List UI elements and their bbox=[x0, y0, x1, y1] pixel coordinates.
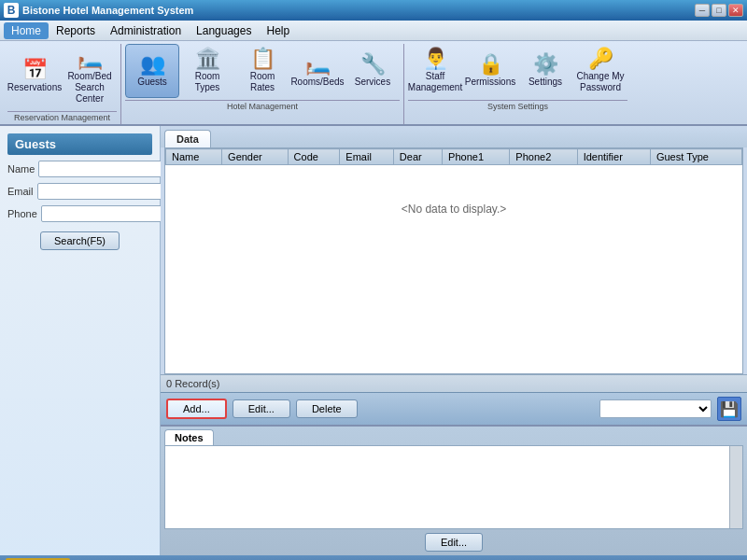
system-group-label: System Settings bbox=[408, 100, 627, 111]
change-password-label: Change MyPassword bbox=[576, 71, 624, 93]
notes-edit-button[interactable]: Edit... bbox=[425, 533, 483, 552]
no-data-text: <No data to display.> bbox=[166, 165, 742, 254]
save-button[interactable]: 💾 bbox=[717, 397, 741, 421]
menu-administration[interactable]: Administration bbox=[103, 22, 189, 39]
room-rates-icon: 📋 bbox=[250, 49, 275, 69]
name-row: Name bbox=[7, 161, 152, 177]
data-table-container: Name Gender Code Email Dear Phone1 Phone… bbox=[164, 147, 743, 374]
col-guest-type: Guest Type bbox=[650, 149, 741, 165]
services-icon: 🔧 bbox=[360, 54, 386, 75]
toolbar-settings[interactable]: ⚙️ Settings bbox=[518, 44, 572, 98]
notes-footer: Edit... bbox=[161, 529, 747, 555]
no-data-row: <No data to display.> bbox=[166, 165, 742, 254]
toolbar-services[interactable]: 🔧 Services bbox=[345, 44, 400, 98]
settings-label: Settings bbox=[529, 77, 562, 88]
col-name: Name bbox=[166, 149, 222, 165]
services-label: Services bbox=[355, 77, 390, 88]
notes-scrollbar[interactable] bbox=[729, 446, 742, 528]
data-tab-bar: Data bbox=[161, 126, 747, 147]
email-row: Email bbox=[7, 183, 152, 200]
app-icon: B bbox=[4, 3, 19, 18]
reservations-icon: 📅 bbox=[22, 60, 48, 80]
record-count: 0 Record(s) bbox=[161, 374, 747, 392]
menu-help[interactable]: Help bbox=[259, 22, 297, 39]
rooms-beds-icon: 🛏️ bbox=[305, 54, 331, 75]
rooms-beds-label: Rooms/Beds bbox=[290, 77, 344, 88]
sidebar: Guests Name Email Phone Search(F5) bbox=[0, 126, 161, 555]
add-button[interactable]: Add... bbox=[166, 399, 227, 419]
staff-icon: 👨‍💼 bbox=[423, 49, 448, 69]
app-title: Bistone Hotel Management System bbox=[22, 5, 691, 16]
phone-row: Phone bbox=[7, 205, 152, 222]
data-area: Data Name Gender Code Email Dear Phone1 … bbox=[161, 126, 747, 555]
toolbar-guests[interactable]: 👥 Guests bbox=[125, 44, 179, 98]
guests-icon: 👥 bbox=[140, 54, 165, 75]
room-types-icon: 🏛️ bbox=[195, 49, 220, 69]
delete-button[interactable]: Delete bbox=[296, 399, 358, 418]
menu-home[interactable]: Home bbox=[4, 22, 49, 39]
room-types-label: RoomTypes bbox=[195, 71, 220, 93]
room-search-label: Room/BedSearch Center bbox=[65, 71, 114, 105]
toolbar-group-hotel: 👥 Guests 🏛️ RoomTypes 📋 RoomRates 🛏️ Roo… bbox=[121, 44, 404, 124]
tab-data[interactable]: Data bbox=[164, 130, 211, 147]
staff-label: StaffManagement bbox=[408, 71, 462, 93]
settings-icon: ⚙️ bbox=[533, 54, 558, 75]
toolbar-change-password[interactable]: 🔑 Change MyPassword bbox=[573, 44, 627, 98]
col-phone1: Phone1 bbox=[443, 149, 510, 165]
toolbar-staff[interactable]: 👨‍💼 StaffManagement bbox=[408, 44, 462, 98]
minimize-button[interactable]: ─ bbox=[695, 4, 710, 17]
menu-bar: Home Reports Administration Languages He… bbox=[0, 21, 747, 41]
hotel-group-label: Hotel Management bbox=[125, 100, 400, 111]
reservations-label: Reservations bbox=[7, 82, 62, 93]
room-rates-label: RoomRates bbox=[250, 71, 275, 93]
menu-reports[interactable]: Reports bbox=[49, 22, 103, 39]
close-button[interactable]: ✕ bbox=[728, 4, 743, 17]
col-identifier: Identifier bbox=[577, 149, 650, 165]
phone-label: Phone bbox=[7, 208, 37, 219]
sidebar-title: Guests bbox=[7, 133, 152, 155]
toolbar-reservations[interactable]: 📅 Reservations bbox=[7, 44, 62, 109]
notes-tab-bar: Notes bbox=[161, 427, 747, 445]
bottom-status-bar: Guests bbox=[0, 555, 747, 560]
maximize-button[interactable]: □ bbox=[712, 4, 726, 17]
toolbar: 📅 Reservations 🛏️ Room/BedSearch Center … bbox=[0, 41, 747, 126]
toolbar-permissions[interactable]: 🔒 Permissions bbox=[463, 44, 517, 98]
data-table: Name Gender Code Email Dear Phone1 Phone… bbox=[165, 148, 742, 253]
room-search-icon: 🛏️ bbox=[78, 49, 103, 69]
toolbar-room-rates[interactable]: 📋 RoomRates bbox=[235, 44, 289, 98]
notes-section: Notes Edit... bbox=[161, 425, 747, 555]
search-button[interactable]: Search(F5) bbox=[40, 231, 120, 250]
name-label: Name bbox=[7, 163, 35, 175]
reservation-group-label: Reservation Management bbox=[7, 111, 117, 122]
window-controls: ─ □ ✕ bbox=[695, 4, 743, 17]
toolbar-rooms-beds[interactable]: 🛏️ Rooms/Beds bbox=[290, 44, 345, 98]
toolbar-room-types[interactable]: 🏛️ RoomTypes bbox=[180, 44, 234, 98]
title-bar: B Bistone Hotel Management System ─ □ ✕ bbox=[0, 0, 747, 21]
notes-content bbox=[164, 445, 743, 529]
edit-button[interactable]: Edit... bbox=[233, 399, 290, 418]
change-password-icon: 🔑 bbox=[588, 49, 613, 69]
col-gender: Gender bbox=[222, 149, 289, 165]
guests-label: Guests bbox=[137, 77, 167, 88]
col-phone2: Phone2 bbox=[510, 149, 577, 165]
action-dropdown[interactable] bbox=[599, 399, 712, 418]
permissions-icon: 🔒 bbox=[478, 54, 503, 75]
main-content: Guests Name Email Phone Search(F5) Data … bbox=[0, 126, 747, 555]
col-email: Email bbox=[340, 149, 393, 165]
tab-notes[interactable]: Notes bbox=[164, 429, 214, 445]
menu-languages[interactable]: Languages bbox=[189, 22, 259, 39]
permissions-label: Permissions bbox=[465, 77, 515, 88]
toolbar-room-search[interactable]: 🛏️ Room/BedSearch Center bbox=[63, 44, 117, 109]
action-bar: Add... Edit... Delete 💾 bbox=[161, 392, 747, 425]
col-dear: Dear bbox=[393, 149, 442, 165]
toolbar-group-reservation: 📅 Reservations 🛏️ Room/BedSearch Center … bbox=[4, 44, 121, 124]
toolbar-group-system: 👨‍💼 StaffManagement 🔒 Permissions ⚙️ Set… bbox=[404, 44, 631, 124]
col-code: Code bbox=[288, 149, 340, 165]
email-label: Email bbox=[7, 186, 34, 197]
